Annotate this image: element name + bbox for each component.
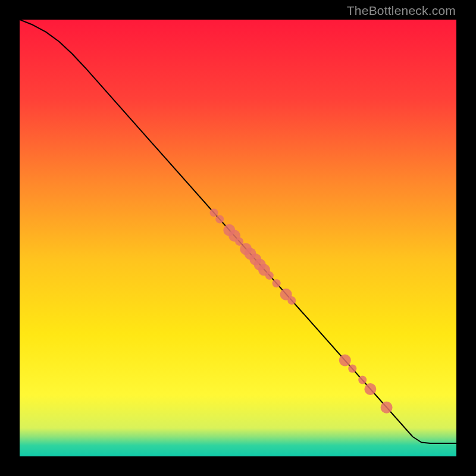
scatter-point (210, 208, 218, 217)
scatter-point (265, 271, 274, 280)
chart-svg (20, 20, 456, 456)
scatter-point (287, 296, 296, 305)
scatter-point (273, 279, 281, 287)
scatter-point (348, 365, 356, 373)
scatter-point (381, 402, 393, 414)
chart-frame (20, 20, 456, 456)
scatter-point (215, 215, 224, 223)
scatter-point (358, 376, 367, 384)
scatter-point (339, 355, 351, 367)
watermark-text: TheBottleneck.com (347, 4, 456, 18)
scatter-point (364, 383, 376, 395)
